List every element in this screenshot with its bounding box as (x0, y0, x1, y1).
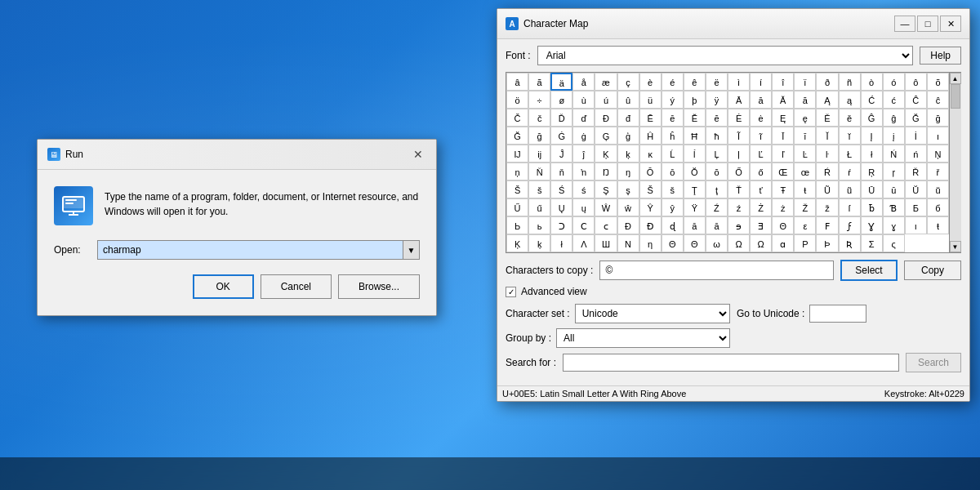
char-cell[interactable]: Þ (816, 234, 838, 252)
run-cancel-button[interactable]: Cancel (261, 274, 332, 299)
char-cell[interactable]: Ŵ (595, 198, 617, 216)
char-cell[interactable]: ś (572, 180, 595, 198)
copy-button[interactable]: Copy (904, 261, 961, 280)
char-cell[interactable]: ŵ (617, 198, 639, 216)
char-cell[interactable]: ť (750, 180, 772, 198)
char-cell[interactable]: ö (506, 91, 528, 109)
char-cell[interactable]: Ć (861, 91, 883, 109)
char-cell[interactable]: б (927, 198, 949, 216)
char-cell[interactable]: ɘ (728, 216, 750, 234)
character-set-select[interactable]: Unicode Windows: Western DOS: OEM (575, 304, 730, 323)
char-cell[interactable]: ä (550, 73, 572, 91)
char-cell[interactable]: Ķ (595, 145, 617, 163)
char-cell[interactable]: Ω (728, 234, 750, 252)
char-cell[interactable]: đ (617, 109, 639, 127)
char-cell[interactable]: Š (506, 180, 528, 198)
charmap-minimize-button[interactable]: — (894, 16, 915, 32)
copy-input[interactable] (599, 261, 834, 280)
char-cell[interactable]: Ħ (684, 127, 706, 145)
char-cell[interactable]: ę (794, 109, 816, 127)
char-cell[interactable]: ą (839, 91, 861, 109)
char-cell[interactable]: Ė (728, 109, 750, 127)
char-cell[interactable]: é (662, 73, 684, 91)
char-cell[interactable]: ş (617, 180, 639, 198)
char-cell[interactable]: í (750, 73, 772, 91)
search-input[interactable] (563, 354, 899, 372)
scroll-down-arrow[interactable]: ▼ (950, 241, 961, 252)
group-by-select[interactable]: All Unicode Subrange Unicode Block (556, 328, 730, 348)
char-cell[interactable]: Ģ (595, 127, 617, 145)
char-cell[interactable]: Σ (861, 234, 883, 252)
char-cell[interactable]: ɖ (662, 216, 684, 234)
char-cell[interactable]: Ǝ (750, 216, 772, 234)
char-cell[interactable]: Ā (728, 91, 750, 109)
char-cell[interactable]: Ł (839, 145, 861, 163)
char-cell[interactable]: Đ (595, 109, 617, 127)
char-cell[interactable]: Ʀ (839, 234, 861, 252)
char-cell[interactable]: ô (905, 73, 927, 91)
char-cell[interactable]: Ð (617, 216, 639, 234)
char-cell[interactable]: ƀ (861, 198, 883, 216)
char-cell[interactable]: ē (662, 109, 684, 127)
char-cell[interactable]: ς (883, 234, 905, 252)
char-cell[interactable]: ļ (728, 145, 750, 163)
char-cell[interactable]: Ŋ (595, 163, 617, 180)
char-cell[interactable]: Ĩ (728, 127, 750, 145)
char-cell[interactable]: Ō (639, 163, 662, 180)
char-cell[interactable]: Ň (528, 163, 550, 180)
char-cell[interactable]: Ă (772, 91, 794, 109)
char-cell[interactable]: ó (883, 73, 905, 91)
char-cell[interactable]: Ϝ (816, 216, 838, 234)
char-cell[interactable]: ā (684, 216, 706, 234)
char-cell[interactable]: ŉ (572, 163, 595, 180)
scroll-thumb[interactable] (951, 84, 960, 109)
char-cell[interactable]: Ū (861, 180, 883, 198)
char-cell[interactable]: Ť (728, 180, 750, 198)
run-open-input[interactable] (98, 241, 403, 259)
char-cell[interactable]: ĺ (684, 145, 706, 163)
char-cell[interactable]: ſ (839, 198, 861, 216)
char-cell[interactable]: Ш (595, 234, 617, 252)
char-cell[interactable]: ł (550, 234, 572, 252)
char-cell[interactable]: ī (794, 127, 816, 145)
char-cell[interactable]: ê (684, 73, 706, 91)
char-cell[interactable]: þ (684, 91, 706, 109)
char-cell[interactable]: ı (905, 216, 927, 234)
char-cell[interactable]: ь (528, 216, 550, 234)
char-cell[interactable]: Ŗ (861, 163, 883, 180)
char-cell[interactable]: ű (528, 198, 550, 216)
scroll-up-arrow[interactable]: ▲ (950, 73, 961, 84)
char-cell[interactable]: š (662, 180, 684, 198)
help-button[interactable]: Help (920, 47, 961, 65)
char-cell[interactable]: Š (639, 180, 662, 198)
char-cell[interactable]: ĝ (883, 109, 905, 127)
char-cell[interactable]: ġ (572, 127, 595, 145)
char-cell[interactable]: Ē (639, 109, 662, 127)
char-cell[interactable]: æ (595, 73, 617, 91)
char-cell[interactable]: ù (572, 91, 595, 109)
char-cell[interactable]: Ķ (506, 234, 528, 252)
char-cell[interactable]: ð (816, 73, 838, 91)
char-cell[interactable]: ķ (528, 234, 550, 252)
char-cell[interactable]: Ɖ (639, 216, 662, 234)
char-cell[interactable]: ò (861, 73, 883, 91)
char-cell[interactable]: û (617, 91, 639, 109)
charmap-maximize-button[interactable]: □ (917, 16, 938, 32)
char-cell[interactable]: ĸ (639, 145, 662, 163)
char-cell[interactable]: ĵ (572, 145, 595, 163)
char-cell[interactable]: ž (816, 198, 838, 216)
char-cell[interactable]: ū (883, 180, 905, 198)
char-cell[interactable]: Ř (905, 163, 927, 180)
char-cell[interactable]: Ν (617, 234, 639, 252)
char-cell[interactable]: Ϲ (572, 216, 595, 234)
char-cell[interactable]: ă (794, 91, 816, 109)
char-cell[interactable]: ĭ (839, 127, 861, 145)
char-cell[interactable]: ũ (839, 180, 861, 198)
char-cell[interactable]: ķ (617, 145, 639, 163)
char-cell[interactable]: ğ (927, 109, 949, 127)
char-cell[interactable]: ņ (506, 163, 528, 180)
char-cell[interactable]: ľ (772, 145, 794, 163)
char-cell[interactable]: ţ (706, 180, 728, 198)
char-cell[interactable]: ø (550, 91, 572, 109)
char-cell[interactable]: õ (927, 73, 949, 91)
